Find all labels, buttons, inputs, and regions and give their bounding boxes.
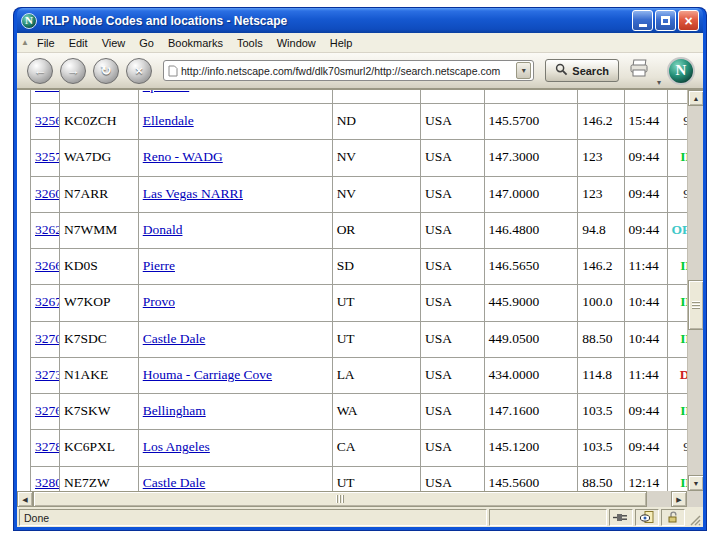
callsign-cell: KC6PXL <box>60 430 139 466</box>
netscape-logo[interactable]: N <box>667 57 695 85</box>
back-button[interactable]: ← <box>27 58 53 84</box>
image-manager-button[interactable] <box>635 509 659 526</box>
menu-window[interactable]: Window <box>277 37 316 49</box>
node-link[interactable]: 3255 <box>35 90 60 93</box>
country-cell: USA <box>420 321 484 357</box>
menu-tools[interactable]: Tools <box>237 37 263 49</box>
frequency-cell: 147.3000 <box>484 140 578 176</box>
state-cell: UT <box>332 321 420 357</box>
vertical-scrollbar-thumb[interactable] <box>688 280 703 330</box>
toolbar-collapse-icon[interactable]: ▲ <box>21 38 29 47</box>
node-link[interactable]: 3262 <box>35 222 60 237</box>
node-link[interactable]: 3267 <box>35 294 60 309</box>
status-cell: IDLE <box>667 90 687 104</box>
scroll-left-icon: ◀ <box>22 496 27 503</box>
node-table: 3255KB7SMDSpokaneWAUSA147.2000100.009:44… <box>30 90 687 491</box>
location-link[interactable]: Houma - Carriage Cove <box>143 367 272 382</box>
location-cell: Los Angeles <box>138 430 332 466</box>
state-cell: SD <box>332 249 420 285</box>
resize-grip[interactable] <box>687 509 701 526</box>
menu-help[interactable]: Help <box>330 37 353 49</box>
stop-icon: × <box>135 64 143 77</box>
country-cell: USA <box>420 394 484 430</box>
node-cell: 3280 <box>31 466 60 491</box>
status-cell: IDLE <box>667 321 687 357</box>
location-link[interactable]: Castle Dale <box>143 331 206 346</box>
maximize-button[interactable] <box>655 10 676 31</box>
horizontal-scrollbar[interactable]: ◀ ▶ <box>17 491 687 507</box>
node-link[interactable]: 3270 <box>35 331 60 346</box>
menu-view[interactable]: View <box>102 37 126 49</box>
scrollbar-grip <box>336 495 345 503</box>
node-link[interactable]: 3256 <box>35 113 60 128</box>
menu-bookmarks[interactable]: Bookmarks <box>168 37 223 49</box>
location-link[interactable]: Castle Dale <box>143 475 206 490</box>
callsign-cell: W7KOP <box>60 285 139 321</box>
search-icon <box>555 63 568 78</box>
tone-cell: 123 <box>578 140 624 176</box>
menu-file[interactable]: File <box>37 37 55 49</box>
node-cell: 3273 <box>31 357 60 393</box>
url-dropdown-button[interactable]: ▾ <box>516 62 531 79</box>
node-cell: 3257 <box>31 140 60 176</box>
node-link[interactable]: 3278 <box>35 439 60 454</box>
tone-cell: 146.2 <box>578 104 624 140</box>
node-link[interactable]: 3276 <box>35 403 60 418</box>
menu-edit[interactable]: Edit <box>69 37 88 49</box>
search-button[interactable]: Search <box>545 59 619 82</box>
print-button[interactable]: ▾ <box>626 57 658 85</box>
minimize-button[interactable] <box>632 10 653 31</box>
location-link[interactable]: Los Angeles <box>143 439 210 454</box>
location-link[interactable]: Pierre <box>143 258 175 273</box>
location-cell: Houma - Carriage Cove <box>138 357 332 393</box>
country-cell: USA <box>420 430 484 466</box>
print-dropdown-icon[interactable]: ▾ <box>657 78 661 87</box>
frequency-cell: 145.5600 <box>484 466 578 491</box>
location-link[interactable]: Spokane <box>143 90 190 93</box>
location-link[interactable]: Ellendale <box>143 113 194 128</box>
scroll-down-button[interactable]: ▼ <box>688 475 703 491</box>
table-row: 3266KD0SPierreSDUSA146.5650146.211:44IDL… <box>31 249 688 285</box>
frequency-cell: 147.1600 <box>484 394 578 430</box>
scroll-up-button[interactable]: ▲ <box>688 90 703 106</box>
status-text: Done <box>24 512 49 524</box>
security-button[interactable] <box>661 509 685 526</box>
location-link[interactable]: Donald <box>143 222 183 237</box>
node-link[interactable]: 3260 <box>35 186 60 201</box>
location-link[interactable]: Bellingham <box>143 403 206 418</box>
stop-button[interactable]: × <box>126 58 152 84</box>
node-link[interactable]: 3266 <box>35 258 60 273</box>
forward-button[interactable]: → <box>60 58 86 84</box>
maximize-icon <box>661 16 670 25</box>
time-cell: 09:44 <box>624 394 667 430</box>
node-cell: 3267 <box>31 285 60 321</box>
horizontal-scrollbar-thumb[interactable] <box>33 491 647 507</box>
tone-cell: 103.5 <box>578 430 624 466</box>
menu-go[interactable]: Go <box>139 37 154 49</box>
scroll-right-icon: ▶ <box>676 496 681 503</box>
tone-cell: 103.5 <box>578 394 624 430</box>
title-bar[interactable]: N IRLP Node Codes and locations - Netsca… <box>17 8 703 33</box>
node-link[interactable]: 3273 <box>35 367 60 382</box>
frequency-cell: 145.5700 <box>484 104 578 140</box>
location-link[interactable]: Reno - WADG <box>143 149 223 164</box>
time-cell: 09:44 <box>624 90 667 104</box>
scroll-right-button[interactable]: ▶ <box>671 491 687 507</box>
frequency-cell: 445.9000 <box>484 285 578 321</box>
horizontal-scrollbar-row: ◀ ▶ <box>17 491 703 507</box>
status-badge: IDLE <box>680 475 687 490</box>
online-status-button[interactable] <box>609 509 633 526</box>
table-row: 3273N1AKEHouma - Carriage CoveLAUSA434.0… <box>31 357 688 393</box>
location-link[interactable]: Provo <box>143 294 175 309</box>
state-cell: ND <box>332 104 420 140</box>
scroll-left-button[interactable]: ◀ <box>17 491 33 507</box>
state-cell: NV <box>332 140 420 176</box>
reload-button[interactable]: ↻ <box>93 58 119 84</box>
node-link[interactable]: 3257 <box>35 149 60 164</box>
location-link[interactable]: Las Vegas NARRI <box>143 186 243 201</box>
node-cell: 3278 <box>31 430 60 466</box>
close-button[interactable]: × <box>678 10 699 31</box>
url-input[interactable] <box>181 65 513 77</box>
vertical-scrollbar[interactable]: ▲ ▼ <box>687 90 703 491</box>
node-link[interactable]: 3280 <box>35 475 60 490</box>
